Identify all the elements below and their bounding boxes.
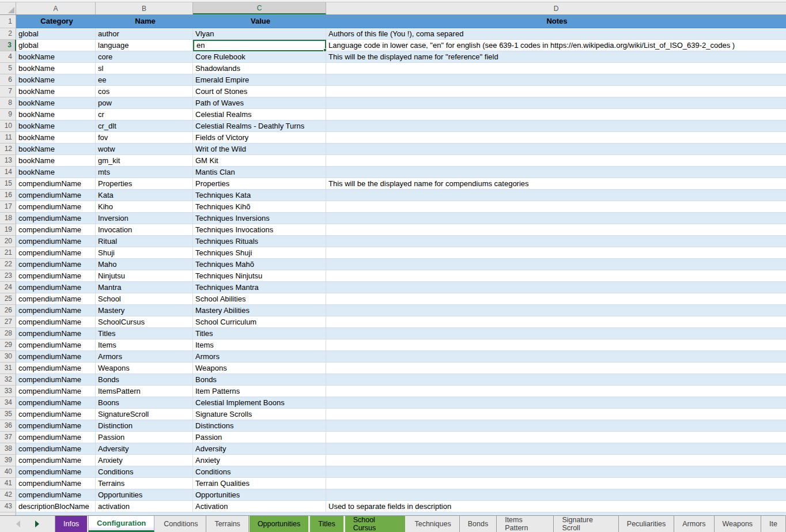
cell-value[interactable]: Core Rulebook bbox=[193, 51, 326, 63]
cell-notes[interactable] bbox=[326, 120, 786, 132]
row-number[interactable]: 16 bbox=[0, 190, 16, 201]
cell-category[interactable]: bookName bbox=[16, 144, 96, 155]
cell-category[interactable]: compendiumName bbox=[16, 432, 96, 443]
cell-notes[interactable] bbox=[326, 190, 786, 201]
cell-value[interactable]: Emerald Empire bbox=[193, 74, 326, 86]
cell-value[interactable]: Terrain Qualities bbox=[193, 478, 326, 489]
cell-name[interactable]: Distinction bbox=[96, 420, 193, 432]
cell-name[interactable]: Weapons bbox=[96, 363, 193, 374]
cell-category[interactable]: bookName bbox=[16, 97, 96, 109]
row-number[interactable]: 17 bbox=[0, 201, 16, 213]
cell-value[interactable]: Item Patterns bbox=[193, 386, 326, 397]
row-number[interactable]: 29 bbox=[0, 339, 16, 351]
cell-value[interactable]: Celestial Realms bbox=[193, 109, 326, 120]
row-number[interactable]: 5 bbox=[0, 63, 16, 74]
cell-category[interactable]: bookName bbox=[16, 120, 96, 132]
cell-notes[interactable] bbox=[326, 167, 786, 178]
cell-category[interactable]: bookName bbox=[16, 132, 96, 144]
column-header-c-selected[interactable]: C bbox=[193, 2, 326, 14]
cell-name[interactable]: cos bbox=[96, 86, 193, 97]
cell-notes[interactable] bbox=[326, 363, 786, 374]
cell-name[interactable]: language bbox=[96, 40, 193, 51]
cell-value[interactable]: Writ of the Wild bbox=[193, 144, 326, 155]
sheet-tab-conditions[interactable]: Conditions bbox=[156, 516, 206, 532]
cell-value[interactable]: School Abilities bbox=[193, 293, 326, 305]
sheet-tab-ite[interactable]: Ite bbox=[761, 516, 786, 532]
row-number[interactable]: 31 bbox=[0, 363, 16, 374]
cell-value[interactable]: Passion bbox=[193, 432, 326, 443]
cell-value[interactable]: GM Kit bbox=[193, 155, 326, 167]
row-number[interactable]: 40 bbox=[0, 466, 16, 478]
row-number[interactable]: 12 bbox=[0, 144, 16, 155]
cell-category[interactable]: compendiumName bbox=[16, 339, 96, 351]
cell-category[interactable]: bookName bbox=[16, 167, 96, 178]
cell-notes[interactable]: This will be the displayed name for "ref… bbox=[326, 51, 786, 63]
cell-name[interactable]: Passion bbox=[96, 432, 193, 443]
cell-category[interactable]: compendiumName bbox=[16, 409, 96, 420]
row-number[interactable]: 38 bbox=[0, 443, 16, 455]
cell-name[interactable]: cr_dlt bbox=[96, 120, 193, 132]
cell-notes[interactable] bbox=[326, 144, 786, 155]
cell-name[interactable]: pow bbox=[96, 97, 193, 109]
header-cell-category[interactable]: Category bbox=[16, 15, 96, 28]
cell-value[interactable]: Techniques Rituals bbox=[193, 236, 326, 247]
cell-notes[interactable] bbox=[326, 259, 786, 270]
row-number[interactable]: 19 bbox=[0, 224, 16, 236]
cell-value[interactable]: Properties bbox=[193, 178, 326, 190]
cell-category[interactable]: global bbox=[16, 28, 96, 40]
row-number[interactable]: 39 bbox=[0, 455, 16, 466]
cell-category[interactable]: compendiumName bbox=[16, 316, 96, 328]
cell-notes[interactable] bbox=[326, 374, 786, 386]
cell-value[interactable]: Vlyan bbox=[193, 28, 326, 40]
cell-notes[interactable] bbox=[326, 224, 786, 236]
cell-value[interactable]: Anxiety bbox=[193, 455, 326, 466]
cell-name[interactable]: wotw bbox=[96, 144, 193, 155]
row-number[interactable]: 21 bbox=[0, 247, 16, 259]
cell-notes[interactable] bbox=[326, 132, 786, 144]
sheet-tab-school-cursus[interactable]: School Cursus bbox=[345, 516, 406, 532]
row-number[interactable]: 22 bbox=[0, 259, 16, 270]
cell-notes[interactable] bbox=[326, 305, 786, 316]
cell-category[interactable]: compendiumName bbox=[16, 305, 96, 316]
cell-name[interactable]: Titles bbox=[96, 328, 193, 339]
cell-category[interactable]: compendiumName bbox=[16, 363, 96, 374]
row-number[interactable]: 27 bbox=[0, 316, 16, 328]
cell-category[interactable]: compendiumName bbox=[16, 201, 96, 213]
header-cell-notes[interactable]: Notes bbox=[326, 15, 786, 28]
cell-category[interactable]: compendiumName bbox=[16, 489, 96, 501]
cell-value[interactable]: Items bbox=[193, 339, 326, 351]
column-header-a[interactable]: A bbox=[16, 2, 96, 14]
cell-name[interactable]: Maho bbox=[96, 259, 193, 270]
cell-notes[interactable] bbox=[326, 397, 786, 409]
row-number[interactable]: 32 bbox=[0, 374, 16, 386]
cell-name[interactable]: Inversion bbox=[96, 213, 193, 224]
row-number[interactable]: 34 bbox=[0, 397, 16, 409]
cell-name[interactable]: activation bbox=[96, 501, 193, 512]
header-cell-name[interactable]: Name bbox=[96, 15, 193, 28]
cell-value[interactable]: Activation bbox=[193, 501, 326, 512]
cell-notes[interactable]: Authors of this file (You !), coma separ… bbox=[326, 28, 786, 40]
cell-category[interactable]: global bbox=[16, 40, 96, 51]
cell-notes[interactable] bbox=[326, 282, 786, 293]
cell-name[interactable]: Items bbox=[96, 339, 193, 351]
cell-name[interactable]: Terrains bbox=[96, 478, 193, 489]
row-number[interactable]: 13 bbox=[0, 155, 16, 167]
row-number[interactable]: 11 bbox=[0, 132, 16, 144]
cell-category[interactable]: compendiumName bbox=[16, 328, 96, 339]
cell-category[interactable]: bookName bbox=[16, 86, 96, 97]
cell-name[interactable]: ItemsPattern bbox=[96, 386, 193, 397]
cell-notes[interactable] bbox=[326, 455, 786, 466]
cell-category[interactable]: compendiumName bbox=[16, 455, 96, 466]
cell-notes[interactable] bbox=[326, 86, 786, 97]
sheet-tab-titles[interactable]: Titles bbox=[310, 516, 343, 532]
cell-category[interactable]: compendiumName bbox=[16, 293, 96, 305]
row-number[interactable]: 2 bbox=[0, 28, 16, 40]
row-number[interactable]: 15 bbox=[0, 178, 16, 190]
cell-value[interactable]: Opportunities bbox=[193, 489, 326, 501]
cell-notes[interactable] bbox=[326, 316, 786, 328]
sheet-tab-terrains[interactable]: Terrains bbox=[206, 516, 248, 532]
sheet-tab-peculiarities[interactable]: Peculiarities bbox=[619, 516, 674, 532]
cell-name[interactable]: mts bbox=[96, 167, 193, 178]
row-number[interactable]: 36 bbox=[0, 420, 16, 432]
cell-value[interactable]: Distinctions bbox=[193, 420, 326, 432]
